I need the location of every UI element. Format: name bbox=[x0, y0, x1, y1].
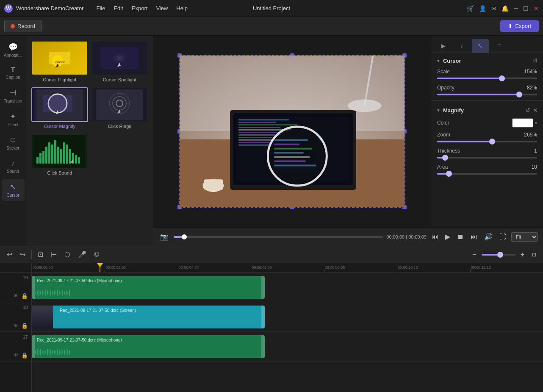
magnify-close-icon[interactable]: ✕ bbox=[533, 107, 538, 114]
color-swatch[interactable] bbox=[512, 118, 533, 128]
player-controls: 📷 00:00:00 | 00:00:09 ⏮ ▶ ⏹ ⏭ 🔊 ⛶ Fit 50… bbox=[153, 227, 543, 246]
rpanel-tab-audio[interactable]: ♪ bbox=[453, 39, 470, 53]
volume-btn[interactable]: 🔊 bbox=[482, 231, 494, 242]
magnify-refresh-icon[interactable]: ↺ bbox=[525, 107, 530, 114]
playhead[interactable] bbox=[100, 263, 100, 272]
sidebar-item-transition[interactable]: ⊣ Transition bbox=[2, 85, 25, 107]
clip-audio-19[interactable]: Rec_2021-09-17 21-07-50.dcrc (Microphone… bbox=[32, 276, 265, 299]
clip-video-18[interactable]: Rec_2021-09-17 21-07-50.dcrc (Screen) bbox=[32, 306, 265, 328]
export-button[interactable]: ⬆ Export bbox=[500, 20, 539, 32]
opacity-slider-container[interactable] bbox=[431, 93, 543, 99]
clip-drag-right-17[interactable] bbox=[261, 335, 265, 358]
area-slider-container[interactable] bbox=[431, 172, 543, 178]
fit-select[interactable]: Fit 50% 75% 100% bbox=[511, 232, 538, 242]
magnify-section-header[interactable]: ▼ Magnify ↺ ✕ bbox=[431, 103, 543, 116]
minimize-btn[interactable]: ─ bbox=[514, 5, 518, 12]
thickness-slider-container[interactable] bbox=[431, 156, 543, 162]
copyright-btn[interactable]: © bbox=[91, 249, 102, 260]
fullscreen-btn[interactable]: ⛶ bbox=[498, 231, 508, 242]
zoom-out-btn[interactable]: − bbox=[470, 249, 479, 260]
zoom-thumb[interactable] bbox=[497, 252, 503, 258]
menu-file[interactable]: File bbox=[96, 5, 105, 11]
progress-thumb[interactable] bbox=[182, 234, 187, 239]
sidebar-item-annotate[interactable]: 💬 Annotat... bbox=[2, 39, 25, 61]
scale-slider-thumb[interactable] bbox=[499, 75, 505, 81]
sidebar-item-effect[interactable]: ✦ Effect bbox=[2, 108, 25, 131]
svg-rect-94 bbox=[44, 350, 44, 355]
skip-forward-btn[interactable]: ⏭ bbox=[469, 231, 479, 242]
ruler-label-5: 00:00:10:10 bbox=[398, 265, 418, 270]
caption-icon: T bbox=[11, 66, 15, 74]
zoom-slider-thumb[interactable] bbox=[489, 139, 495, 145]
track-num-18: 18 bbox=[23, 305, 28, 310]
zoom-slider[interactable] bbox=[482, 254, 515, 256]
undo-btn[interactable]: ↩ bbox=[4, 249, 15, 260]
sidebar-item-sticker[interactable]: ☺ Sticker bbox=[2, 132, 25, 154]
zoom-in-btn[interactable]: + bbox=[518, 249, 527, 260]
crop-btn[interactable]: ⊡ bbox=[35, 249, 46, 260]
split-btn[interactable]: ⊢ bbox=[48, 249, 59, 260]
menu-help[interactable]: Help bbox=[176, 5, 188, 11]
preview-image bbox=[180, 56, 404, 207]
thickness-slider-track[interactable] bbox=[437, 157, 537, 158]
lock-icon-18[interactable]: 🔒 bbox=[21, 322, 28, 329]
eye-icon-17[interactable]: 👁 bbox=[13, 352, 19, 359]
menu-export[interactable]: Export bbox=[132, 5, 148, 11]
redo-btn[interactable]: ↪ bbox=[17, 249, 28, 260]
progress-bar[interactable] bbox=[174, 236, 383, 238]
zoom-slider-track[interactable] bbox=[437, 141, 537, 142]
svg-rect-26 bbox=[54, 140, 56, 164]
sidebar-label-sound: Sound bbox=[7, 169, 19, 174]
account-icon[interactable]: 👤 bbox=[479, 5, 486, 12]
zoom-slider-container[interactable] bbox=[431, 140, 543, 146]
stop-btn[interactable]: ⏹ bbox=[455, 231, 465, 242]
lock-icon-19[interactable]: 🔒 bbox=[21, 293, 28, 299]
svg-rect-59 bbox=[274, 148, 312, 150]
skip-back-btn[interactable]: ⏮ bbox=[430, 231, 440, 242]
ruler-label-0: 00:00:00:00 bbox=[33, 265, 53, 270]
svg-rect-76 bbox=[49, 292, 50, 294]
thickness-slider-thumb[interactable] bbox=[442, 155, 448, 161]
effect-card-highlight[interactable]: cursor Cursor Highlight bbox=[31, 41, 88, 84]
right-panel-tabs: ▶ ♪ ↖ ≡ bbox=[431, 36, 543, 53]
close-btn[interactable]: ✕ bbox=[534, 5, 539, 12]
swatch-arrow[interactable]: ▾ bbox=[535, 121, 537, 125]
area-slider-track[interactable] bbox=[437, 173, 537, 175]
menu-view[interactable]: View bbox=[156, 5, 168, 11]
rpanel-tab-caption[interactable]: ≡ bbox=[490, 39, 507, 53]
sidebar-item-sound[interactable]: ♪ Sound bbox=[2, 156, 25, 177]
rpanel-tab-cursor[interactable]: ↖ bbox=[472, 39, 489, 53]
clip-audio-17[interactable]: Rec_2021-09-17 21-07-50.dcrc (Microphone… bbox=[32, 335, 265, 358]
right-panel: ▶ ♪ ↖ ≡ ▼ Cursor ↺ bbox=[431, 36, 543, 227]
clip-drag-right-18[interactable] bbox=[261, 306, 265, 328]
lock-icon-17[interactable]: 🔒 bbox=[21, 352, 28, 359]
mask-btn[interactable]: ⬡ bbox=[62, 249, 73, 260]
bell-icon[interactable]: 🔔 bbox=[501, 5, 509, 12]
effect-card-magnify[interactable]: Cursor Magnify bbox=[31, 87, 88, 131]
eye-icon-19[interactable]: 👁 bbox=[13, 293, 19, 299]
maximize-btn[interactable]: ☐ bbox=[523, 5, 529, 12]
clip-drag-right-19[interactable] bbox=[261, 276, 265, 299]
store-icon[interactable]: 🛒 bbox=[467, 5, 474, 12]
fit-timeline-btn[interactable]: ⊡ bbox=[529, 250, 539, 259]
opacity-slider-thumb[interactable] bbox=[516, 92, 522, 97]
screenshot-btn[interactable]: 📷 bbox=[158, 231, 170, 242]
menu-edit[interactable]: Edit bbox=[114, 5, 123, 11]
opacity-slider-track[interactable] bbox=[437, 94, 537, 95]
play-btn[interactable]: ▶ bbox=[443, 231, 452, 242]
mic-btn[interactable]: 🎤 bbox=[75, 249, 89, 260]
sidebar-item-caption[interactable]: T Caption bbox=[2, 63, 25, 83]
area-slider-thumb[interactable] bbox=[446, 171, 452, 177]
eye-icon-18[interactable]: 👁 bbox=[13, 322, 19, 329]
mail-icon[interactable]: ✉ bbox=[491, 5, 496, 12]
sidebar-item-cursor[interactable]: ↖ Cursor bbox=[2, 179, 25, 201]
rpanel-tab-video[interactable]: ▶ bbox=[435, 39, 452, 53]
scale-slider-container[interactable] bbox=[431, 77, 543, 83]
effect-card-spotlight[interactable]: Cursor Spotlight bbox=[91, 41, 148, 84]
record-button[interactable]: Record bbox=[4, 20, 42, 32]
effect-card-sound[interactable]: Click Sound bbox=[31, 134, 88, 177]
cursor-refresh-icon[interactable]: ↺ bbox=[533, 57, 538, 64]
effect-card-rings[interactable]: Click Rings bbox=[91, 87, 148, 131]
cursor-section-header[interactable]: ▼ Cursor ↺ bbox=[431, 53, 543, 67]
scale-slider-track[interactable] bbox=[437, 78, 537, 79]
